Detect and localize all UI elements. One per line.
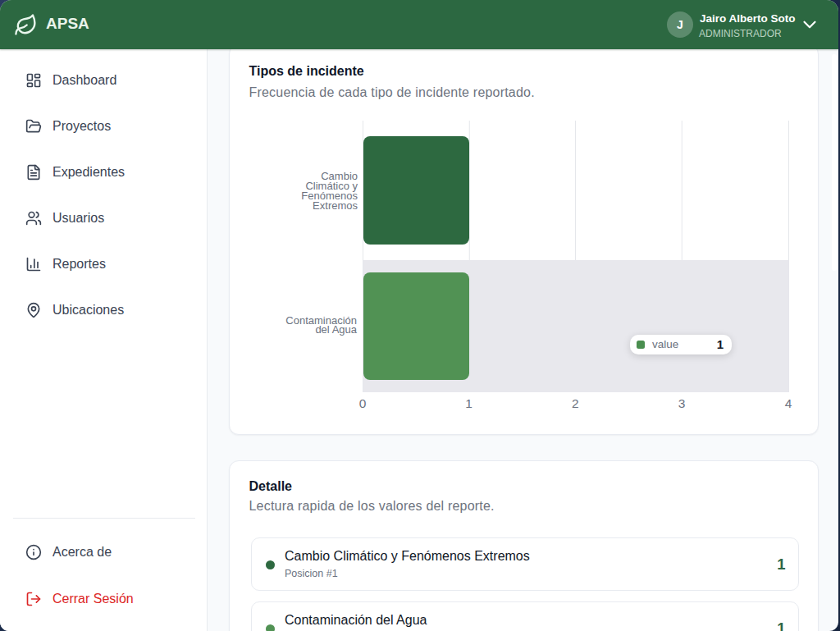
svg-text:1: 1 xyxy=(465,396,472,410)
svg-text:3: 3 xyxy=(678,396,686,410)
svg-text:del Agua: del Agua xyxy=(315,323,357,336)
svg-text:2: 2 xyxy=(572,396,579,410)
svg-text:0: 0 xyxy=(359,396,367,410)
svg-text:4: 4 xyxy=(785,396,792,410)
svg-text:Extremos: Extremos xyxy=(313,199,358,212)
